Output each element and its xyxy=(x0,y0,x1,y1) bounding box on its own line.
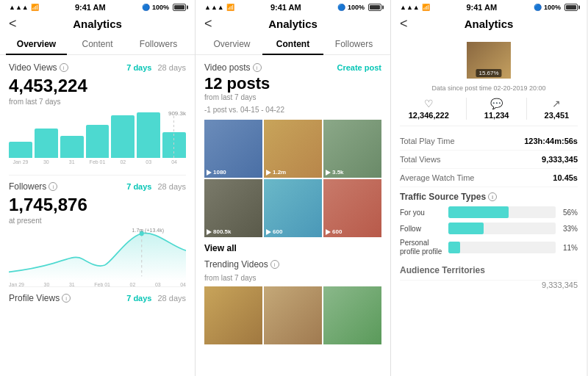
filter-7days-1[interactable]: 7 days xyxy=(126,63,151,72)
post-image: 15.67% xyxy=(467,42,511,79)
trending-info-icon[interactable]: i xyxy=(270,260,279,269)
trending-item-2[interactable] xyxy=(264,286,322,344)
trending-grid xyxy=(204,286,381,344)
content-panel-content: Video posts i Create post 12 posts from … xyxy=(196,55,390,376)
profile-views-label: Profile Views xyxy=(9,293,60,303)
battery-icon-2 xyxy=(368,4,381,11)
back-button-1[interactable]: < xyxy=(9,16,17,32)
signal-icon-3: ▲▲▲ xyxy=(400,4,420,11)
traffic-personal-label: Personal profile profile xyxy=(400,239,444,256)
grid-overlay-3: 3.5k xyxy=(326,169,344,176)
percentage-badge: 15.67% xyxy=(476,69,501,77)
bar-3 xyxy=(60,136,84,158)
bar-7 xyxy=(162,132,186,158)
status-bar-1: ▲▲▲ 📶 9:41 AM 🔵 100% xyxy=(0,0,195,13)
traffic-follow-label: Follow xyxy=(400,225,444,233)
filter-7days-profile[interactable]: 7 days xyxy=(126,294,151,303)
grid-item-5[interactable]: 600 xyxy=(264,179,322,237)
comment-icon: 💬 xyxy=(484,98,509,109)
avg-watch-time-row: Average Watch Time 10.45s xyxy=(400,169,578,187)
tab-overview-1[interactable]: Overview xyxy=(6,35,67,55)
posts-sub2: -1 post vs. 04-15 - 04-22 xyxy=(204,106,381,114)
view-all-button[interactable]: View all xyxy=(204,243,381,253)
grid-overlay-2: 1.2m xyxy=(266,169,286,176)
followers-label: Followers xyxy=(9,181,46,192)
nav-bar-2: < Analytics xyxy=(196,13,390,35)
followers-value: 1,745,876 xyxy=(9,195,186,215)
followers-header: Followers i 7 days 28 days xyxy=(9,181,186,192)
overview-content: Video Views i 7 days 28 days 4,453,224 f… xyxy=(0,55,195,376)
audience-value-row: 9,333,345 xyxy=(400,281,578,289)
followers-sub: at present xyxy=(9,217,186,225)
bar-chart-labels: Jan 29 30 31 Feb 01 02 03 04 xyxy=(9,159,186,164)
grid-stat-6: 600 xyxy=(332,228,342,235)
heart-icon: ♡ xyxy=(409,98,449,109)
profile-views-info-icon[interactable]: i xyxy=(62,294,71,303)
video-views-value: 4,453,224 xyxy=(9,76,186,96)
status-bar-2: ▲▲▲ 📶 9:41 AM 🔵 100% xyxy=(196,0,390,13)
total-play-time-label: Total Play Time xyxy=(400,137,455,145)
tab-content-2[interactable]: Content xyxy=(262,35,323,55)
share-icon: ↗ xyxy=(545,98,570,109)
traffic-info-icon[interactable]: i xyxy=(488,192,497,201)
line-label-03: 03 xyxy=(155,282,161,287)
grid-item-6[interactable]: 600 xyxy=(323,179,381,237)
video-views-info-icon[interactable]: i xyxy=(60,63,68,72)
tab-followers-1[interactable]: Followers xyxy=(128,35,189,55)
create-post-button[interactable]: Create post xyxy=(337,63,381,72)
stat-divider-1 xyxy=(466,98,467,120)
line-label-31: 31 xyxy=(69,282,75,287)
tab-followers-2[interactable]: Followers xyxy=(323,35,384,55)
grid-overlay-4: 800.5k xyxy=(207,228,231,235)
trending-item-3[interactable] xyxy=(323,286,381,344)
grid-item-3[interactable]: 3.5k xyxy=(323,120,381,178)
filter-28days-1[interactable]: 28 days xyxy=(157,63,186,72)
tabs-overview: Overview Content Followers xyxy=(0,35,195,55)
total-views-value: 9,333,345 xyxy=(542,155,578,164)
peak-label: 909.3k xyxy=(168,110,186,117)
video-posts-info-icon[interactable]: i xyxy=(253,63,262,72)
line-chart-svg xyxy=(9,229,186,281)
nav-bar-3: < Analytics xyxy=(391,13,587,35)
grid-item-1[interactable]: 1080 xyxy=(204,120,262,178)
tabs-content: Overview Content Followers xyxy=(196,35,390,55)
bar-6 xyxy=(137,112,160,158)
back-button-2[interactable]: < xyxy=(204,16,212,32)
tab-content-1[interactable]: Content xyxy=(67,35,128,55)
total-views-label: Total Views xyxy=(400,155,440,164)
trending-sub: from last 7 days xyxy=(204,274,381,282)
traffic-follow-bar-bg xyxy=(448,223,556,234)
filter-7days-followers[interactable]: 7 days xyxy=(126,182,151,191)
traffic-personal-bar-bg xyxy=(448,242,556,253)
signal-icon: ▲▲▲ xyxy=(9,4,29,11)
followers-info-icon[interactable]: i xyxy=(49,182,57,191)
filter-28days-profile[interactable]: 28 days xyxy=(157,294,186,303)
battery-pct-3: 100% xyxy=(544,4,561,11)
bar-1 xyxy=(9,142,32,158)
tab-overview-2[interactable]: Overview xyxy=(201,35,262,55)
play-icon-5 xyxy=(266,229,271,235)
play-icon-6 xyxy=(326,229,331,235)
trending-item-1[interactable] xyxy=(204,286,262,344)
filter-28days-followers[interactable]: 28 days xyxy=(157,182,186,191)
bar-chart-bars xyxy=(9,110,186,158)
avg-watch-time-value: 10.45s xyxy=(553,173,578,182)
video-posts-header: Video posts i Create post xyxy=(204,62,381,73)
back-button-3[interactable]: < xyxy=(400,16,408,32)
traffic-for-you-bar-bg xyxy=(448,206,556,218)
grid-item-4[interactable]: 800.5k xyxy=(204,179,262,237)
battery-icon-1 xyxy=(173,4,186,11)
grid-item-2[interactable]: 1.2m xyxy=(264,120,322,178)
audience-row: Audience Territories xyxy=(400,261,578,281)
trending-label: Trending Videos i xyxy=(204,259,381,270)
total-play-time-value: 123h:44m:56s xyxy=(524,137,578,145)
traffic-title: Traffic Source Types i xyxy=(400,192,578,202)
grid-overlay-1: 1080 xyxy=(207,169,226,176)
signal-icon-2: ▲▲▲ xyxy=(204,4,224,11)
traffic-for-you-bar xyxy=(448,206,509,218)
traffic-follow: Follow 33% xyxy=(400,223,578,234)
page-title-2: Analytics xyxy=(268,18,318,30)
comments-value: 11,234 xyxy=(484,111,509,120)
time-1: 9:41 AM xyxy=(75,3,106,12)
wifi-icon-2: 📶 xyxy=(226,4,234,11)
